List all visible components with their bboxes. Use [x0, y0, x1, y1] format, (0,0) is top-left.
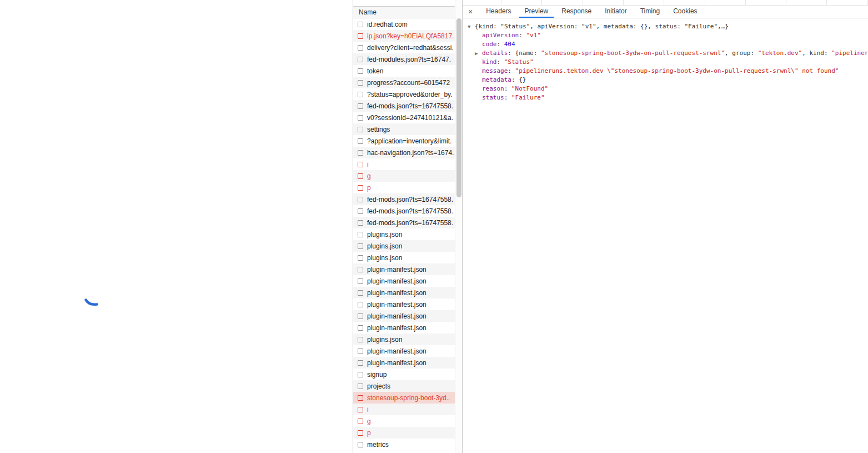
request-type-icon	[358, 162, 363, 167]
request-type-icon	[358, 45, 363, 51]
request-name: i	[367, 161, 369, 168]
network-request-row[interactable]: plugins.json	[353, 228, 455, 240]
request-name: metrics	[367, 441, 389, 449]
tab-cookies[interactable]: Cookies	[668, 6, 703, 18]
json-token-key: code	[482, 41, 497, 48]
request-name: plugin-manifest.json	[367, 347, 427, 355]
network-request-row[interactable]: fed-modules.json?ts=16747.	[353, 53, 455, 65]
network-request-row[interactable]: progress?account=6015472	[353, 77, 455, 88]
network-request-row[interactable]: p	[353, 427, 455, 439]
request-type-icon	[358, 313, 363, 319]
network-request-row[interactable]: plugin-manifest.json	[353, 263, 455, 275]
request-type-icon	[358, 22, 363, 27]
request-type-icon	[358, 185, 363, 191]
network-request-row[interactable]: ip.json?key=h0EiALQfA5817.	[353, 30, 455, 42]
json-token-plain: :	[497, 41, 504, 48]
tab-preview[interactable]: Preview	[519, 6, 554, 18]
network-request-row[interactable]: plugin-manifest.json	[353, 287, 455, 298]
column-divider	[826, 0, 827, 5]
request-type-icon	[358, 290, 363, 296]
request-type-icon	[358, 360, 363, 366]
network-request-row[interactable]: plugin-manifest.json	[353, 357, 455, 369]
request-name: id.redhat.com	[367, 21, 408, 28]
json-token-plain: : {name:	[508, 49, 541, 57]
column-divider	[583, 0, 583, 5]
request-type-icon	[358, 349, 363, 354]
json-token-key: kind	[482, 58, 497, 66]
network-request-row[interactable]: fed-mods.json?ts=16747558.	[353, 205, 455, 217]
json-tree-line: metadata: {}	[463, 76, 868, 84]
network-request-row[interactable]: delivery?client=redhat&sessi.	[353, 42, 455, 53]
request-type-icon	[358, 395, 363, 401]
network-request-row[interactable]: g	[353, 170, 455, 182]
tab-initiator[interactable]: Initiator	[599, 6, 632, 18]
network-request-row[interactable]: stonesoup-spring-boot-3yd..	[353, 392, 455, 404]
expander-icon[interactable]: ▶	[475, 49, 482, 58]
json-tree-line: code: 404	[463, 40, 868, 49]
network-request-row[interactable]: settings	[353, 123, 455, 135]
network-request-row[interactable]: plugins.json	[353, 333, 455, 345]
json-token-key: reason	[482, 85, 504, 92]
network-request-row[interactable]: id.redhat.com	[353, 18, 455, 30]
tab-headers[interactable]: Headers	[480, 6, 516, 18]
network-request-row[interactable]: v0?sessionId=247410121&a.	[353, 112, 455, 123]
loading-spinner	[84, 297, 99, 310]
column-divider	[501, 0, 501, 5]
network-request-row[interactable]: ?status=approved&order_by.	[353, 88, 455, 100]
network-request-row[interactable]: fed-mods.json?ts=16747558.	[353, 193, 455, 205]
network-list-scrollbar[interactable]	[455, 0, 462, 453]
json-token-string: "pipelineruns.tekton.dev \"stonesoup-spr…	[515, 67, 839, 74]
request-name: fed-mods.json?ts=16747558.	[367, 219, 453, 227]
request-type-icon	[358, 150, 363, 156]
tab-response[interactable]: Response	[556, 6, 597, 18]
request-type-icon	[358, 92, 363, 97]
network-request-row[interactable]: signup	[353, 369, 455, 380]
network-request-row[interactable]: hac-navigation.json?ts=1674.	[353, 147, 455, 158]
close-detail-button[interactable]: ×	[463, 6, 479, 18]
network-request-row[interactable]: g	[353, 415, 455, 427]
request-type-icon	[358, 127, 363, 132]
page-content-area	[0, 0, 353, 453]
network-request-row[interactable]: fed-mods.json?ts=16747558.	[353, 217, 455, 228]
network-request-row[interactable]: plugin-manifest.json	[353, 322, 455, 333]
column-divider	[541, 0, 542, 5]
network-request-row[interactable]: plugin-manifest.json	[353, 275, 455, 287]
network-request-row[interactable]: i	[353, 158, 455, 170]
json-token-string: "stonesoup-spring-boot-3ydw-on-pull-requ…	[541, 49, 725, 57]
request-name: plugin-manifest.json	[367, 312, 427, 320]
network-request-row[interactable]: plugin-manifest.json	[353, 345, 455, 357]
tab-timing[interactable]: Timing	[635, 6, 666, 18]
network-request-row[interactable]: i	[353, 404, 455, 415]
network-request-row[interactable]: ?application=inventory&limit.	[353, 135, 455, 147]
network-request-row[interactable]: plugins.json	[353, 252, 455, 263]
request-name: hac-navigation.json?ts=1674.	[367, 149, 454, 157]
name-column-header[interactable]: Name	[353, 6, 455, 18]
network-request-row[interactable]: plugins.json	[353, 240, 455, 252]
request-type-icon	[358, 57, 363, 62]
request-name: plugin-manifest.json	[367, 266, 427, 273]
request-type-icon	[358, 278, 363, 284]
request-name: ip.json?key=h0EiALQfA5817.	[367, 32, 454, 40]
expander-icon[interactable]: ▼	[468, 22, 475, 31]
request-name: i	[367, 406, 369, 414]
network-request-row[interactable]: fed-mods.json?ts=16747558.	[353, 100, 455, 112]
network-request-row[interactable]: metrics	[353, 439, 455, 450]
request-name: plugin-manifest.json	[367, 277, 427, 285]
network-request-row[interactable]: plugin-manifest.json	[353, 298, 455, 310]
column-divider	[623, 0, 624, 5]
request-name: p	[367, 184, 371, 192]
json-token-plain: :	[504, 85, 511, 92]
json-token-plain: , group:	[725, 49, 758, 57]
request-type-icon	[358, 80, 363, 86]
network-request-row[interactable]: token	[353, 65, 455, 77]
request-type-icon	[358, 325, 363, 331]
json-token-key: status	[482, 94, 504, 101]
network-request-row[interactable]: p	[353, 182, 455, 193]
scrollbar-thumb[interactable]	[456, 18, 461, 197]
json-token-plain: :	[504, 94, 511, 101]
network-table-column-strip	[463, 0, 868, 6]
network-request-row[interactable]: plugin-manifest.json	[353, 310, 455, 322]
json-token-plain: :	[511, 76, 519, 83]
request-name: fed-mods.json?ts=16747558.	[367, 102, 453, 110]
network-request-row[interactable]: projects	[353, 380, 455, 392]
